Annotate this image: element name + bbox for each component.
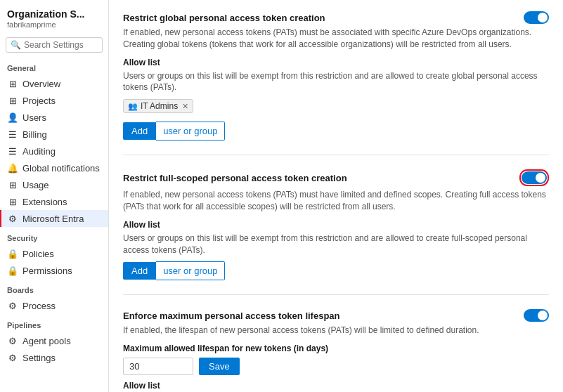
audit-icon: ☰ [7, 145, 18, 157]
add-button-2[interactable]: Add [123, 262, 156, 280]
toggle-track-fullscoped [522, 171, 547, 184]
add-btn-row-2: Add user or group [123, 261, 549, 280]
search-icon: 🔍 [11, 40, 21, 50]
sidebar-label-usage: Usage [22, 180, 49, 190]
sidebar-label-projects: Projects [22, 96, 56, 106]
toggle-track-lifespan [524, 309, 549, 322]
lock-icon: 🔒 [7, 248, 18, 259]
section1-title: Restrict global personal access token cr… [123, 13, 325, 23]
sidebar-item-settings[interactable]: ⚙Settings [0, 349, 108, 366]
sidebar-label-microsoft-entra: Microsoft Entra [22, 214, 84, 224]
section3-title: Enforce maximum personal access token li… [123, 311, 340, 321]
toggle-thumb-fullscoped [536, 173, 545, 183]
section-restrict-global-pat: Restrict global personal access token cr… [123, 11, 549, 155]
sidebar-label-permissions: Permissions [22, 266, 72, 276]
grid-icon: ⊞ [7, 179, 18, 190]
lock-icon: 🔒 [7, 265, 18, 276]
agent-icon: ⚙ [7, 335, 18, 346]
add-button-1[interactable]: Add [123, 122, 156, 140]
allow-list-label-3: Allow list [123, 381, 549, 391]
settings-icon: ⚙ [7, 352, 18, 363]
toggle-global-pat[interactable] [524, 11, 549, 24]
process-icon: ⚙ [7, 300, 18, 311]
person-icon: 👤 [7, 112, 18, 123]
sidebar-label-overview: Overview [22, 79, 60, 89]
add-btn-row-1: Add user or group [123, 122, 549, 141]
section3-title-row: Enforce maximum personal access token li… [123, 309, 549, 322]
sidebar-label-settings: Settings [22, 353, 56, 363]
section-label-boards: Boards [0, 279, 108, 297]
sidebar-header: Organization S... fabrikamprime [0, 0, 108, 32]
sidebar-label-users: Users [22, 112, 46, 123]
grid-icon: ⊞ [7, 78, 18, 89]
lifespan-input[interactable] [123, 358, 193, 375]
toggle-track-global [524, 11, 549, 24]
add-user-or-group-button-1[interactable]: user or group [156, 122, 225, 141]
sidebar-item-usage[interactable]: ⊞Usage [0, 176, 108, 193]
sidebar-label-billing: Billing [22, 129, 47, 140]
section1-desc: If enabled, new personal access tokens (… [123, 27, 549, 51]
main-content: Restrict global personal access token cr… [109, 0, 563, 392]
sidebar-item-auditing[interactable]: ☰Auditing [0, 143, 108, 159]
sidebar-item-billing[interactable]: ☰Billing [0, 126, 108, 143]
sidebar-item-users[interactable]: 👤Users [0, 109, 108, 126]
allow-list-label-1: Allow list [123, 58, 549, 67]
sidebar-item-policies[interactable]: 🔒Policies [0, 245, 108, 262]
sidebar: Organization S... fabrikamprime 🔍 Genera… [0, 0, 109, 392]
sidebar-item-overview[interactable]: ⊞Overview [0, 75, 108, 92]
allow-list-desc-2: Users or groups on this list will be exe… [123, 233, 549, 256]
grid-icon: ⊞ [7, 95, 18, 106]
sidebar-label-extensions: Extensions [22, 197, 67, 207]
toggle-thumb-global [538, 13, 548, 22]
sidebar-label-agent-pools: Agent pools [22, 336, 71, 346]
bell-icon: 🔔 [7, 162, 18, 174]
section-restrict-fullscoped-pat: Restrict full-scoped personal access tok… [123, 169, 549, 295]
org-name: Organization S... [7, 8, 101, 20]
section2-title-row: Restrict full-scoped personal access tok… [123, 169, 549, 186]
sidebar-item-global-notifications[interactable]: 🔔Global notifications [0, 159, 108, 176]
allow-list-label-2: Allow list [123, 220, 549, 230]
sidebar-item-agent-pools[interactable]: ⚙Agent pools [0, 332, 108, 349]
sidebar-item-microsoft-entra[interactable]: ⚙Microsoft Entra [0, 210, 108, 227]
section-label-security: Security [0, 227, 108, 245]
sidebar-label-global-notifications: Global notifications [22, 163, 100, 174]
tag-close-button[interactable]: ✕ [182, 102, 188, 111]
tag-label: IT Admins [141, 101, 178, 111]
lifespan-row: Save [123, 358, 549, 375]
toggle-highlight-box [519, 169, 549, 186]
toggle-thumb-lifespan [538, 311, 548, 320]
entra-icon: ⚙ [7, 213, 18, 224]
allow-list-desc-1: Users or groups on this list will be exe… [123, 70, 549, 94]
section-label-general: General [0, 57, 108, 75]
section2-desc: If enabled, new personal access tokens (… [123, 189, 549, 213]
lifespan-field-label: Maximum allowed lifespan for new tokens … [123, 344, 549, 353]
sidebar-label-process: Process [22, 301, 56, 311]
sidebar-label-policies: Policies [22, 249, 54, 259]
toggle-lifespan[interactable] [524, 309, 549, 322]
section-enforce-lifespan: Enforce maximum personal access token li… [123, 309, 549, 392]
billing-icon: ☰ [7, 129, 18, 140]
sidebar-item-projects[interactable]: ⊞Projects [0, 92, 108, 109]
toggle-fullscoped-pat[interactable] [519, 169, 549, 186]
tag-it-admins: 👥 IT Admins ✕ [123, 99, 193, 113]
sidebar-item-extensions[interactable]: ⊞Extensions [0, 193, 108, 210]
search-box[interactable]: 🔍 [6, 37, 103, 53]
group-icon: 👥 [128, 102, 138, 111]
section3-desc: If enabled, the lifespan of new personal… [123, 325, 549, 337]
grid-icon: ⊞ [7, 196, 18, 207]
add-user-or-group-button-2[interactable]: user or group [156, 261, 225, 280]
section2-title: Restrict full-scoped personal access tok… [123, 173, 347, 183]
sidebar-item-permissions[interactable]: 🔒Permissions [0, 262, 108, 279]
sidebar-label-auditing: Auditing [22, 146, 56, 157]
search-input[interactable] [24, 40, 98, 50]
save-button[interactable]: Save [199, 358, 240, 375]
section-label-pipelines: Pipelines [0, 314, 108, 332]
section1-title-row: Restrict global personal access token cr… [123, 11, 549, 24]
sidebar-item-process[interactable]: ⚙Process [0, 297, 108, 314]
org-sub: fabrikamprime [7, 20, 101, 29]
